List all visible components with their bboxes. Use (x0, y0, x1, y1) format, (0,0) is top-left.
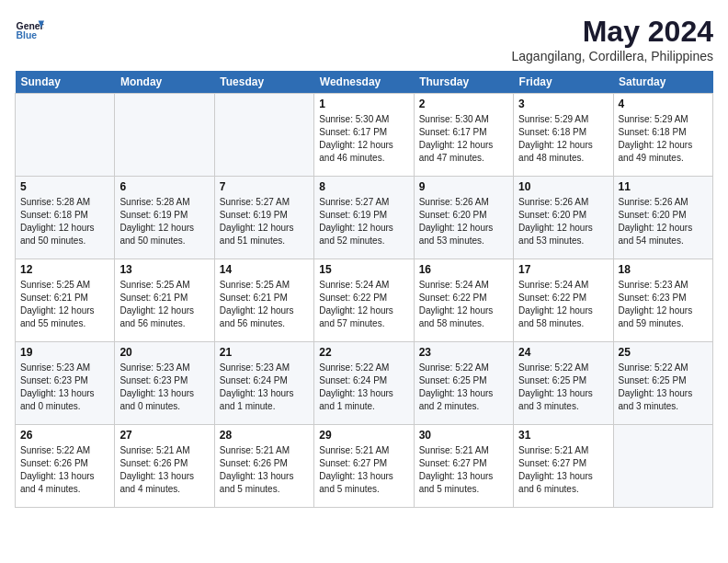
calendar-cell: 18Sunrise: 5:23 AM Sunset: 6:23 PM Dayli… (613, 259, 712, 342)
calendar-cell: 26Sunrise: 5:22 AM Sunset: 6:26 PM Dayli… (16, 425, 115, 508)
day-info: Sunrise: 5:22 AM Sunset: 6:25 PM Dayligh… (419, 362, 508, 413)
day-info: Sunrise: 5:24 AM Sunset: 6:22 PM Dayligh… (319, 279, 408, 330)
day-number: 14 (220, 263, 309, 276)
svg-text:Blue: Blue (17, 30, 38, 40)
day-number: 11 (619, 180, 708, 193)
day-info: Sunrise: 5:26 AM Sunset: 6:20 PM Dayligh… (619, 196, 708, 247)
calendar-cell: 5Sunrise: 5:28 AM Sunset: 6:18 PM Daylig… (16, 177, 115, 259)
day-info: Sunrise: 5:25 AM Sunset: 6:21 PM Dayligh… (220, 279, 309, 330)
day-number: 4 (619, 98, 708, 110)
day-number: 29 (319, 429, 408, 442)
calendar-cell: 8Sunrise: 5:27 AM Sunset: 6:19 PM Daylig… (314, 177, 414, 259)
day-info: Sunrise: 5:21 AM Sunset: 6:27 PM Dayligh… (518, 444, 608, 496)
calendar-cell: 19Sunrise: 5:23 AM Sunset: 6:23 PM Dayli… (16, 342, 115, 425)
calendar-cell: 16Sunrise: 5:24 AM Sunset: 6:22 PM Dayli… (414, 259, 513, 342)
day-info: Sunrise: 5:23 AM Sunset: 6:23 PM Dayligh… (119, 362, 209, 413)
day-info: Sunrise: 5:21 AM Sunset: 6:27 PM Dayligh… (319, 444, 408, 496)
calendar-cell (115, 94, 214, 177)
page-header: General Blue May 2024 Lagangilang, Cordi… (15, 15, 713, 63)
calendar-table: SundayMondayTuesdayWednesdayThursdayFrid… (15, 71, 713, 508)
week-row-4: 26Sunrise: 5:22 AM Sunset: 6:26 PM Dayli… (16, 425, 713, 508)
calendar-cell: 3Sunrise: 5:29 AM Sunset: 6:18 PM Daylig… (514, 94, 613, 177)
day-info: Sunrise: 5:22 AM Sunset: 6:25 PM Dayligh… (619, 362, 708, 413)
calendar-cell: 14Sunrise: 5:25 AM Sunset: 6:21 PM Dayli… (214, 259, 313, 342)
calendar-cell: 25Sunrise: 5:22 AM Sunset: 6:25 PM Dayli… (613, 342, 712, 425)
weekday-thursday: Thursday (414, 71, 513, 94)
calendar-cell: 13Sunrise: 5:25 AM Sunset: 6:21 PM Dayli… (115, 259, 214, 342)
day-number: 15 (319, 263, 408, 276)
day-number: 6 (119, 180, 209, 193)
day-number: 10 (518, 180, 608, 193)
calendar-cell: 28Sunrise: 5:21 AM Sunset: 6:26 PM Dayli… (214, 425, 313, 508)
day-info: Sunrise: 5:28 AM Sunset: 6:18 PM Dayligh… (20, 196, 109, 247)
calendar-cell: 1Sunrise: 5:30 AM Sunset: 6:17 PM Daylig… (314, 94, 414, 177)
calendar-cell: 7Sunrise: 5:27 AM Sunset: 6:19 PM Daylig… (214, 177, 313, 259)
week-row-1: 5Sunrise: 5:28 AM Sunset: 6:18 PM Daylig… (16, 177, 713, 259)
day-info: Sunrise: 5:30 AM Sunset: 6:17 PM Dayligh… (419, 113, 508, 165)
day-info: Sunrise: 5:23 AM Sunset: 6:23 PM Dayligh… (20, 362, 109, 413)
weekday-wednesday: Wednesday (314, 71, 414, 94)
calendar-cell: 31Sunrise: 5:21 AM Sunset: 6:27 PM Dayli… (514, 425, 613, 508)
calendar-cell: 2Sunrise: 5:30 AM Sunset: 6:17 PM Daylig… (414, 94, 513, 177)
day-number: 31 (518, 429, 608, 442)
day-number: 5 (20, 180, 109, 193)
calendar-cell: 12Sunrise: 5:25 AM Sunset: 6:21 PM Dayli… (16, 259, 115, 342)
calendar-cell: 30Sunrise: 5:21 AM Sunset: 6:27 PM Dayli… (414, 425, 513, 508)
day-info: Sunrise: 5:29 AM Sunset: 6:18 PM Dayligh… (518, 113, 608, 165)
day-number: 16 (419, 263, 508, 276)
month-title: May 2024 (512, 15, 713, 49)
calendar-cell: 20Sunrise: 5:23 AM Sunset: 6:23 PM Dayli… (115, 342, 214, 425)
weekday-header-row: SundayMondayTuesdayWednesdayThursdayFrid… (16, 71, 713, 94)
week-row-3: 19Sunrise: 5:23 AM Sunset: 6:23 PM Dayli… (16, 342, 713, 425)
day-info: Sunrise: 5:26 AM Sunset: 6:20 PM Dayligh… (419, 196, 508, 247)
day-number: 3 (518, 98, 608, 110)
day-info: Sunrise: 5:21 AM Sunset: 6:27 PM Dayligh… (419, 444, 508, 496)
day-number: 25 (619, 346, 708, 359)
title-block: May 2024 Lagangilang, Cordillera, Philip… (512, 15, 713, 63)
day-number: 19 (20, 346, 109, 359)
day-number: 13 (119, 263, 209, 276)
day-number: 23 (419, 346, 508, 359)
calendar-cell: 23Sunrise: 5:22 AM Sunset: 6:25 PM Dayli… (414, 342, 513, 425)
day-number: 17 (518, 263, 608, 276)
day-info: Sunrise: 5:22 AM Sunset: 6:25 PM Dayligh… (518, 362, 608, 413)
calendar-cell: 29Sunrise: 5:21 AM Sunset: 6:27 PM Dayli… (314, 425, 414, 508)
day-info: Sunrise: 5:29 AM Sunset: 6:18 PM Dayligh… (619, 113, 708, 165)
day-number: 9 (419, 180, 508, 193)
day-info: Sunrise: 5:23 AM Sunset: 6:23 PM Dayligh… (619, 279, 708, 330)
day-info: Sunrise: 5:26 AM Sunset: 6:20 PM Dayligh… (518, 196, 608, 247)
calendar-cell (16, 94, 115, 177)
day-number: 27 (119, 429, 209, 442)
day-number: 20 (119, 346, 209, 359)
day-number: 7 (220, 180, 309, 193)
week-row-2: 12Sunrise: 5:25 AM Sunset: 6:21 PM Dayli… (16, 259, 713, 342)
calendar-cell: 15Sunrise: 5:24 AM Sunset: 6:22 PM Dayli… (314, 259, 414, 342)
week-row-0: 1Sunrise: 5:30 AM Sunset: 6:17 PM Daylig… (16, 94, 713, 177)
weekday-tuesday: Tuesday (214, 71, 313, 94)
day-number: 21 (220, 346, 309, 359)
day-info: Sunrise: 5:28 AM Sunset: 6:19 PM Dayligh… (119, 196, 209, 247)
day-info: Sunrise: 5:27 AM Sunset: 6:19 PM Dayligh… (220, 196, 309, 247)
calendar-cell: 4Sunrise: 5:29 AM Sunset: 6:18 PM Daylig… (613, 94, 712, 177)
day-info: Sunrise: 5:24 AM Sunset: 6:22 PM Dayligh… (518, 279, 608, 330)
weekday-saturday: Saturday (613, 71, 712, 94)
day-number: 2 (419, 98, 508, 110)
day-info: Sunrise: 5:27 AM Sunset: 6:19 PM Dayligh… (319, 196, 408, 247)
calendar-cell: 21Sunrise: 5:23 AM Sunset: 6:24 PM Dayli… (214, 342, 313, 425)
day-info: Sunrise: 5:22 AM Sunset: 6:26 PM Dayligh… (20, 444, 109, 496)
logo: General Blue (15, 15, 44, 44)
weekday-monday: Monday (115, 71, 214, 94)
logo-icon: General Blue (15, 15, 44, 44)
day-number: 30 (419, 429, 508, 442)
calendar-cell: 24Sunrise: 5:22 AM Sunset: 6:25 PM Dayli… (514, 342, 613, 425)
weekday-friday: Friday (514, 71, 613, 94)
calendar-cell: 27Sunrise: 5:21 AM Sunset: 6:26 PM Dayli… (115, 425, 214, 508)
calendar-cell: 6Sunrise: 5:28 AM Sunset: 6:19 PM Daylig… (115, 177, 214, 259)
day-info: Sunrise: 5:30 AM Sunset: 6:17 PM Dayligh… (319, 113, 408, 165)
day-number: 28 (220, 429, 309, 442)
day-info: Sunrise: 5:22 AM Sunset: 6:24 PM Dayligh… (319, 362, 408, 413)
day-info: Sunrise: 5:21 AM Sunset: 6:26 PM Dayligh… (220, 444, 309, 496)
day-info: Sunrise: 5:21 AM Sunset: 6:26 PM Dayligh… (119, 444, 209, 496)
day-info: Sunrise: 5:24 AM Sunset: 6:22 PM Dayligh… (419, 279, 508, 330)
location: Lagangilang, Cordillera, Philippines (512, 49, 713, 63)
